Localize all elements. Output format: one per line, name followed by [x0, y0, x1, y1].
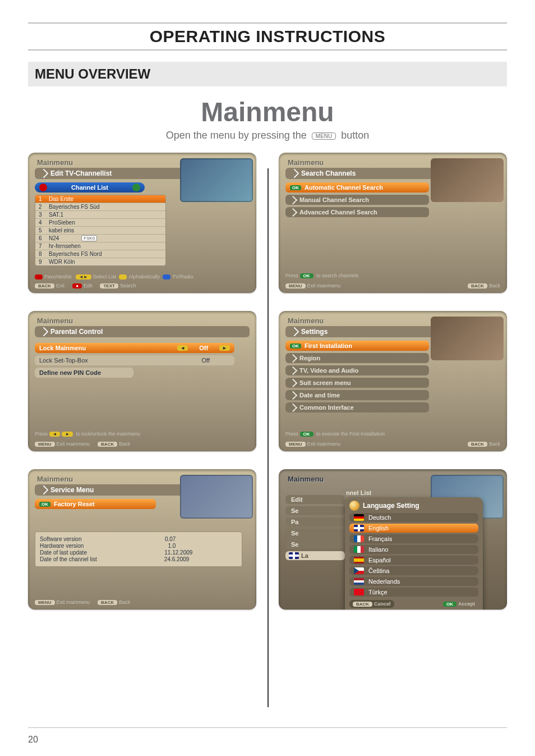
language-popup: Language Setting Deutsch English Françai… [345, 497, 483, 610]
ok-badge: OK [300, 273, 313, 278]
accept-button[interactable]: OKAccept [440, 600, 478, 608]
main-title: Mainmenu [28, 97, 507, 127]
label: Software version [40, 536, 81, 542]
ok-badge: OK [443, 602, 456, 607]
rule [28, 22, 507, 24]
list-item[interactable]: 3SAT.1 [35, 211, 165, 219]
list-item[interactable]: 8Bayerisches FS Nord [35, 250, 165, 258]
menuitem-factory-reset[interactable]: OKFactory Reset [35, 499, 156, 509]
footer: MENUExit mainmenu BACKBack [35, 599, 250, 605]
cancel-button[interactable]: BACKCancel [349, 600, 394, 608]
arrow-icon [290, 169, 299, 178]
value: 11.12.2009 [164, 549, 192, 556]
label: Date of the channel list [40, 556, 97, 562]
lang-item[interactable]: English [349, 524, 478, 533]
hint: Press OK to search channels [285, 273, 359, 278]
arrow-icon [289, 366, 298, 375]
menuitem-suit-screen[interactable]: Suit screen menu [285, 378, 429, 388]
back-badge[interactable]: BACK [98, 600, 117, 605]
subline: Open the menu by pressing the MENU butto… [28, 130, 507, 141]
flag-tr-icon [354, 589, 364, 595]
ok-badge: OK [290, 185, 301, 190]
red-dot-icon [39, 184, 47, 191]
back-badge[interactable]: BACK [35, 283, 54, 288]
flag-nl-icon [354, 578, 364, 585]
flag-fr-icon [354, 535, 364, 542]
title-bar: OPERATING INSTRUCTIONS [28, 27, 507, 46]
list-item[interactable]: 1Das Erste [35, 195, 165, 203]
footer: MENUExit mainmenu BACKBack [35, 441, 250, 447]
ok-badge: OK [39, 502, 50, 507]
arrow-icon [39, 485, 49, 495]
preview-thumb [180, 475, 253, 519]
row-define-pin[interactable]: Define new PIN Code [35, 368, 133, 378]
menuitem-bg: Se [285, 529, 345, 538]
value: 1.0 [168, 543, 176, 549]
popup-buttons: BACKCancel OKAccept [349, 600, 478, 608]
fsk-badge: FSK0 [81, 235, 97, 241]
panel-edit-channellist: Mainmenu Edit TV-Channellist Channel Lis… [28, 153, 256, 293]
text-badge[interactable]: TEXT [100, 283, 118, 288]
back-badge[interactable]: BACK [468, 283, 487, 288]
back-badge[interactable]: BACK [468, 442, 487, 447]
menuitem-region[interactable]: Region [285, 353, 429, 363]
panel-service-menu: Mainmenu Service Menu OKFactory Reset So… [28, 469, 256, 610]
lang-item[interactable]: Italiano [349, 545, 478, 554]
value: 0.07 [165, 536, 176, 542]
menuitem-bg: Se [285, 540, 345, 549]
hint: Press ◄► to lock/unlock the mainmenu [35, 431, 140, 437]
flag-de-icon [354, 514, 364, 521]
menuitem-manual-search[interactable]: Manual Channel Search [285, 195, 429, 205]
list-item[interactable]: 4ProSieben [35, 219, 165, 227]
lang-item[interactable]: Español [349, 556, 478, 565]
list-item[interactable]: 5kabel eins [35, 227, 165, 235]
lang-item[interactable]: Čeština [349, 566, 478, 575]
menu-badge[interactable]: MENU [35, 600, 55, 605]
list-item[interactable]: 7hr-fernsehen [35, 242, 165, 250]
arrow-icon [289, 378, 298, 387]
right-arrow-icon[interactable]: ► [219, 345, 230, 351]
panel-breadcrumb: Mainmenu [37, 317, 250, 325]
lang-item[interactable]: Nederlands [349, 577, 478, 586]
row-lock-mainmenu[interactable]: Lock Mainmenu ◄Off► [35, 343, 234, 353]
menuitem-first-install[interactable]: OKFirst Installation [285, 341, 429, 351]
lang-item[interactable]: Deutsch [349, 513, 478, 522]
menuitem-auto-search[interactable]: OKAutomatic Channel Search [285, 182, 429, 193]
footer: MENUExit mainmenu BACKBack [285, 283, 500, 288]
menu-badge[interactable]: MENU [35, 442, 55, 447]
menuitem-advanced-search[interactable]: Advanced Channel Search [285, 207, 429, 217]
footer: BACKExit ●Edit TEXTSearch [35, 283, 250, 288]
left-arrow-icon[interactable]: ◄ [177, 345, 188, 351]
hint: Press OK to execute the First Installati… [285, 431, 385, 437]
lang-item[interactable]: Français [349, 534, 478, 543]
globe-icon [349, 501, 359, 511]
menuitem-bg: Pa [285, 517, 345, 526]
popup-header: Language Setting [349, 501, 478, 511]
bg-label: nnel List [346, 489, 371, 496]
arrow-icon [39, 327, 49, 337]
preview-thumb [180, 158, 253, 202]
list-item[interactable]: 2Bayerisches FS Süd [35, 203, 165, 211]
flag-en-icon [354, 525, 364, 532]
back-badge[interactable]: BACK [98, 442, 117, 447]
row-lock-stb[interactable]: Lock Set-Top-BoxOff [35, 355, 234, 365]
arrow-icon [289, 354, 298, 363]
flag-cz-icon [354, 567, 364, 574]
menu-badge[interactable]: MENU [285, 442, 306, 447]
list-item[interactable]: 9WDR Köln [35, 258, 165, 265]
channel-list-pill[interactable]: Channel List [35, 182, 145, 193]
arrow-icon [289, 391, 298, 400]
menuitem-common-interface[interactable]: Common Interface [285, 402, 429, 413]
channel-list: 1Das Erste 2Bayerisches FS Süd 3SAT.1 4P… [35, 195, 166, 266]
menuitem-date-time[interactable]: Date and time [285, 390, 429, 400]
menu-badge[interactable]: MENU [285, 283, 306, 288]
preview-thumb [431, 158, 504, 202]
list-item[interactable]: 6N24FSK0 [35, 235, 165, 242]
flag-es-icon [354, 557, 364, 563]
menuitem-tv-video-audio[interactable]: TV, Video and Audio [285, 365, 429, 375]
label: Date of last update [40, 549, 87, 556]
lang-item[interactable]: Türkçe [349, 588, 478, 597]
red-badge[interactable]: ● [72, 283, 82, 288]
info-box: Software version0.07 Hardware version1.0… [35, 532, 242, 567]
subline-pre: Open the menu by pressing the [166, 130, 310, 141]
